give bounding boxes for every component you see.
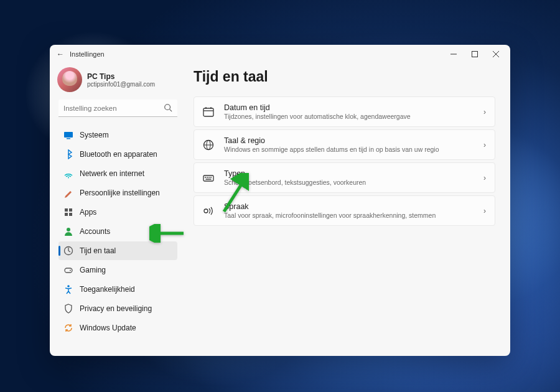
speech-icon: [202, 204, 215, 218]
card-typing[interactable]: TypenSchermtoetsenbord, tekstsuggesties,…: [194, 162, 495, 193]
svg-rect-7: [67, 138, 70, 139]
bluetooth-icon: [63, 149, 73, 159]
sidebar-item-personalization[interactable]: Persoonlijke instellingen: [58, 184, 177, 202]
profile-name: PC Tips: [87, 72, 155, 81]
sidebar-item-accounts[interactable]: Accounts: [58, 222, 177, 241]
svg-rect-18: [203, 108, 213, 116]
sidebar-item-label: Apps: [80, 208, 96, 217]
svg-rect-10: [69, 208, 72, 212]
sidebar-item-label: Tijd en taal: [80, 246, 116, 255]
privacy-icon: [63, 304, 73, 314]
svg-point-8: [68, 177, 69, 179]
sidebar-item-label: Persoonlijke instellingen: [80, 189, 160, 197]
nav-list: SysteemBluetooth en apparatenNetwerk en …: [58, 126, 177, 337]
svg-rect-1: [472, 52, 478, 57]
settings-window: ← Instellingen PC Tips pctipsinfo01@gmai…: [50, 45, 510, 356]
sidebar-item-label: Gaming: [80, 266, 106, 274]
card-subtitle: Taal voor spraak, microfooninstellingen …: [224, 212, 483, 219]
svg-point-17: [67, 285, 70, 287]
close-button[interactable]: [485, 45, 506, 63]
sidebar-item-label: Windows Update: [80, 324, 136, 332]
search-icon: [164, 103, 172, 112]
sidebar-item-label: Accounts: [80, 227, 110, 236]
sidebar-item-update[interactable]: Windows Update: [58, 319, 177, 337]
sidebar-item-apps[interactable]: Apps: [58, 203, 177, 222]
svg-rect-6: [64, 132, 73, 138]
svg-rect-11: [65, 213, 68, 216]
sidebar: PC Tips pctipsinfo01@gmail.com SysteemBl…: [50, 63, 184, 356]
accounts-icon: [63, 226, 73, 236]
apps-icon: [63, 207, 73, 217]
gaming-icon: [63, 265, 73, 275]
chevron-right-icon: ›: [483, 207, 486, 215]
accessibility-icon: [63, 284, 73, 294]
sidebar-item-label: Privacy en beveiliging: [80, 304, 152, 313]
avatar: [57, 67, 82, 92]
update-icon: [63, 323, 73, 333]
card-date-time[interactable]: Datum en tijdTijdzones, instellingen voo…: [194, 96, 495, 127]
profile-block[interactable]: PC Tips pctipsinfo01@gmail.com: [57, 67, 177, 92]
card-title: Datum en tijd: [224, 103, 483, 112]
sidebar-item-accessibility[interactable]: Toegankelijkheid: [58, 280, 177, 299]
date-time-icon: [202, 105, 215, 119]
sidebar-item-label: Bluetooth en apparaten: [80, 150, 157, 159]
maximize-button[interactable]: [464, 45, 485, 63]
card-subtitle: Windows en sommige apps stellen datums e…: [224, 146, 483, 153]
sidebar-item-time-language[interactable]: Tijd en taal: [58, 241, 177, 260]
system-icon: [63, 130, 73, 140]
search-box[interactable]: [58, 100, 177, 117]
svg-point-13: [67, 228, 70, 231]
profile-email: pctipsinfo01@gmail.com: [87, 81, 155, 88]
card-subtitle: Schermtoetsenbord, tekstsuggesties, voor…: [224, 179, 483, 186]
svg-point-4: [165, 105, 170, 110]
search-input[interactable]: [58, 100, 177, 117]
card-speech[interactable]: SpraakTaal voor spraak, microfooninstell…: [194, 195, 495, 226]
svg-rect-12: [69, 213, 72, 216]
sidebar-item-label: Systeem: [80, 131, 109, 139]
sidebar-item-gaming[interactable]: Gaming: [58, 261, 177, 279]
chevron-right-icon: ›: [483, 108, 486, 116]
page-title: Tijd en taal: [194, 68, 495, 85]
sidebar-item-network[interactable]: Netwerk en internet: [58, 164, 177, 183]
sidebar-item-system[interactable]: Systeem: [58, 126, 177, 144]
svg-point-31: [204, 209, 208, 213]
svg-line-5: [170, 110, 172, 112]
chevron-right-icon: ›: [483, 141, 486, 149]
card-language-region[interactable]: Taal & regioWindows en sommige apps stel…: [194, 129, 495, 160]
card-title: Taal & regio: [224, 136, 483, 145]
svg-point-16: [70, 270, 71, 271]
card-subtitle: Tijdzones, instellingen voor automatisch…: [224, 113, 483, 120]
back-button[interactable]: ←: [54, 50, 67, 58]
network-icon: [63, 169, 73, 179]
sidebar-item-label: Toegankelijkheid: [80, 285, 135, 294]
svg-rect-15: [65, 268, 72, 273]
language-region-icon: [202, 138, 215, 152]
sidebar-item-bluetooth[interactable]: Bluetooth en apparaten: [58, 145, 177, 164]
main-panel: Tijd en taal Datum en tijdTijdzones, ins…: [184, 63, 510, 356]
chevron-right-icon: ›: [483, 174, 486, 182]
sidebar-item-label: Netwerk en internet: [80, 169, 144, 178]
card-title: Typen: [224, 169, 483, 178]
titlebar: ← Instellingen: [50, 45, 510, 63]
personalization-icon: [63, 188, 73, 198]
time-language-icon: [63, 246, 73, 256]
card-title: Spraak: [224, 202, 483, 211]
svg-rect-9: [65, 208, 68, 212]
sidebar-item-privacy[interactable]: Privacy en beveiliging: [58, 299, 177, 318]
window-title: Instellingen: [70, 50, 105, 58]
minimize-button[interactable]: [443, 45, 464, 63]
svg-rect-25: [203, 175, 213, 181]
typing-icon: [202, 171, 215, 185]
